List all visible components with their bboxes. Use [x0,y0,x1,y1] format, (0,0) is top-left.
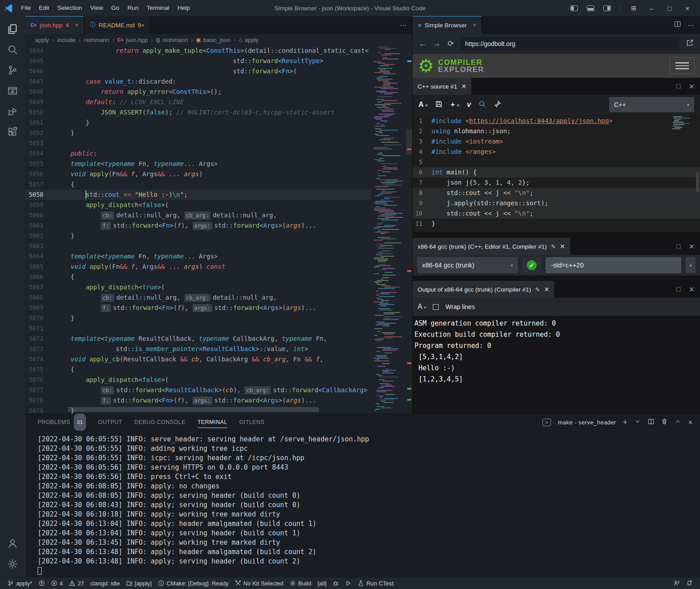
code-editor[interactable]: 5044 return apply_make_tuple<ConstThis>(… [25,46,412,414]
breadcrumb-item[interactable]: include [57,37,75,43]
breadcrumb-item[interactable]: ▣basic_json [196,37,230,43]
source-control-icon[interactable] [2,60,23,81]
maximize-button[interactable]: □ [665,4,674,12]
code-line[interactable]: 5057 { [25,179,371,190]
status-bell[interactable] [683,577,696,589]
status-beaker[interactable]: Run CTest [354,577,397,589]
rename-icon[interactable]: ✎ [551,243,556,250]
code-line[interactable]: 4#include <ranges> [413,147,700,157]
scrollbar-thumb[interactable] [406,129,412,155]
code-line[interactable]: 5071 [25,323,371,334]
close-icon[interactable]: ✕ [544,286,550,293]
ce-minimap[interactable] [672,116,692,159]
maximize-panel-icon[interactable] [674,418,681,426]
options-dropdown-icon[interactable]: ▾ [686,257,696,273]
code-line[interactable]: 5067 apply_dispatch<true>( [25,282,371,292]
more-actions-icon[interactable]: ⋯ [400,21,407,30]
code-line[interactable]: 5061 f:std::forward<Fn>(f), args:std::fo… [25,220,371,231]
settings-gear-icon[interactable] [2,554,23,574]
code-line[interactable]: 5068 cb:detail::null_arg, cb_arg:detail:… [25,292,371,303]
code-line[interactable]: 5075 { [25,364,371,375]
close-pane-icon[interactable]: ✕ [689,242,695,251]
menu-go[interactable]: Go [107,0,124,16]
code-line[interactable]: 5072 template<typename ResultCallback, t… [25,334,371,344]
terminal-process-label[interactable]: make - serve_header [558,419,616,426]
code-line[interactable]: 5046 std::forward<Fn>( [25,66,371,76]
code-line[interactable]: 11} [413,219,700,229]
menu-terminal[interactable]: Terminal [142,0,173,16]
rename-icon[interactable]: ✎ [535,286,540,293]
code-line[interactable]: 8 std::cout << j << "\n"; [413,188,700,198]
code-line[interactable]: 5058 std::cout << "Hello :-)\n"; [25,190,371,200]
wrap-lines-checkbox[interactable] [433,304,439,310]
status-tools[interactable]: No Kit Selected [232,577,287,589]
code-line[interactable]: 5065 void apply(Fn&& f, Args&& ... args)… [25,262,371,272]
forward-icon[interactable]: → [433,39,441,48]
panel-tab-output[interactable]: OUTPUT [98,414,122,430]
ce-output-tab[interactable]: Output of x86-64 gcc (trunk) (Compiler #… [413,281,554,298]
ce-source-editor[interactable]: 1#include <https://localhost:8443/apply/… [413,114,700,232]
code-line[interactable]: 6int main() { [413,167,700,178]
code-line[interactable]: 5045 std::forward<ResultType> [25,56,371,66]
font-size-icon[interactable]: A ▾ [418,101,427,109]
search-icon[interactable] [2,39,23,60]
code-line[interactable]: 5048 return apply_error<ConstThis>(); [25,87,371,97]
minimize-button[interactable]: – [647,4,656,12]
minimap[interactable] [374,46,406,414]
status-warning[interactable]: 27 [66,577,87,589]
ce-scrollbar-thumb[interactable] [696,172,699,192]
font-size-icon[interactable]: A ▾ [418,303,426,311]
ce-compiler-tab[interactable]: x86-64 gcc (trunk) (C++, Editor #1, Comp… [413,238,570,255]
test-window-icon[interactable] [2,81,23,101]
status-bug[interactable] [329,577,342,589]
code-line[interactable]: 5047 case value_t::discarded: [25,76,371,87]
compiler-select[interactable]: x86-64 gcc (trunk) ▾ [417,257,518,273]
panel-tab-problems[interactable]: PROBLEMS31 [38,414,86,430]
code-line[interactable]: 5051 } [25,118,371,128]
close-button[interactable]: × [683,4,692,12]
menu-help[interactable]: Help [173,0,194,16]
run-debug-icon[interactable] [2,101,23,122]
status-source-control-branch[interactable]: apply* [4,577,35,589]
toggle-secondary-sidebar-icon[interactable] [603,5,611,11]
menu-view[interactable]: View [86,0,107,16]
maximize-pane-icon[interactable]: □ [676,285,681,293]
code-line[interactable]: 9 j.apply(std::ranges::sort); [413,198,700,208]
menu-run[interactable]: Run [124,0,143,16]
status-gear[interactable]: Build [286,577,314,589]
code-line[interactable]: 5078 f:std::forward<Fn>(f), args:std::fo… [25,395,371,406]
code-line[interactable]: 5052 } [25,128,371,138]
new-terminal-icon[interactable]: + [623,418,627,427]
accounts-icon[interactable] [2,533,23,554]
split-terminal-icon[interactable] [648,418,654,426]
breadcrumb-item[interactable]: ◇apply [239,37,259,43]
code-line[interactable]: 7 json j{5, 3, 1, 4, 2}; [413,178,700,188]
code-line[interactable]: 5049 default: // LCOV_EXCL_LINE [25,97,371,107]
close-tab-icon[interactable]: × [473,21,476,29]
kill-terminal-icon[interactable] [661,418,668,426]
code-line[interactable]: 5073 std::is_member_pointer<ResultCallba… [25,344,371,354]
toggle-sidebar-icon[interactable] [570,5,578,11]
horizontal-scrollbar[interactable] [68,407,319,412]
vim-mode-icon[interactable]: v [467,101,471,109]
status-folder[interactable]: [apply] [123,577,155,589]
ce-source-tab[interactable]: C++ source #1 ✕ [413,78,471,95]
code-line[interactable]: 5066 { [25,272,371,282]
save-icon[interactable] [435,100,443,110]
compiler-options-input[interactable]: -std=c++20 [546,257,681,273]
terminal[interactable]: [2022-04-30 06:05:55] INFO: serve_header… [25,430,700,577]
code-line[interactable]: 5060 cb:detail::null_arg, cb_arg:detail:… [25,210,371,220]
back-icon[interactable]: ← [419,39,427,48]
breadcrumb[interactable]: apply›include›nlohmann›C+json.hpp›{}nloh… [25,34,412,46]
tab-json-hpp[interactable]: C+ json.hpp 4 × [25,16,84,34]
url-input[interactable]: https://godbolt.org [461,37,679,51]
code-line[interactable]: 5064 template<typename Fn, typename... A… [25,251,371,262]
code-line[interactable]: 5070 } [25,313,371,323]
code-line[interactable]: 5069 f:std::forward<Fn>(f), args:std::fo… [25,303,371,313]
maximize-pane-icon[interactable]: □ [676,82,681,90]
language-select[interactable]: C++ ▾ [609,97,694,112]
code-line[interactable]: 3#include <iostream> [413,136,700,147]
code-line[interactable]: 5063 [25,241,371,251]
code-line[interactable]: 1#include <https://localhost:8443/apply/… [413,116,700,126]
close-panel-icon[interactable]: ✕ [688,419,693,426]
